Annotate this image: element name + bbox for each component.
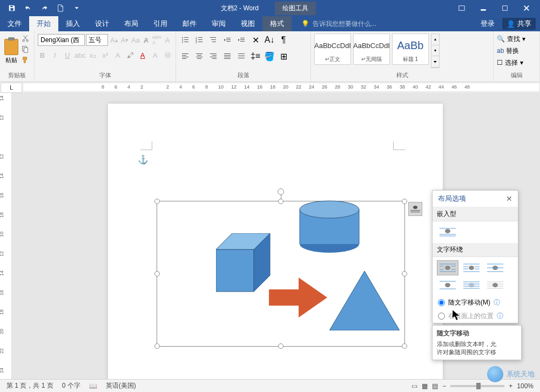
align-center-button[interactable] (193, 51, 205, 62)
tab-view[interactable]: 视图 (233, 16, 262, 31)
cut-button[interactable] (20, 33, 31, 43)
rotation-handle[interactable] (278, 188, 284, 195)
text-direction-button[interactable]: ✕ (249, 35, 261, 45)
print-layout-button[interactable]: ▦ (422, 382, 428, 390)
move-with-text-input[interactable] (438, 299, 445, 306)
phonetic-guide-button[interactable]: wénA (152, 35, 161, 45)
resize-handle-se[interactable] (402, 343, 407, 349)
redo-button[interactable] (37, 1, 52, 16)
read-mode-button[interactable]: ▭ (411, 382, 417, 390)
tell-me-search[interactable]: 💡 告诉我您想要做什么... (292, 16, 475, 31)
qat-more-button[interactable] (69, 1, 84, 16)
tab-selector[interactable]: L (1, 83, 22, 93)
strikethrough-button[interactable]: abc (75, 50, 85, 60)
resize-handle-w[interactable] (154, 271, 160, 276)
resize-handle-s[interactable] (278, 343, 284, 349)
layout-options-button[interactable] (408, 202, 422, 216)
resize-handle-ne[interactable] (402, 199, 407, 204)
resize-handle-e[interactable] (402, 271, 407, 276)
word-count[interactable]: 0 个字 (62, 381, 80, 390)
tab-mailings[interactable]: 邮件 (175, 16, 204, 31)
tab-home[interactable]: 开始 (29, 16, 58, 31)
superscript-button[interactable]: x² (100, 50, 110, 60)
zoom-level[interactable]: 100% (517, 382, 534, 390)
horizontal-ruler[interactable]: L 86422468101214161820222426283032343638… (0, 82, 540, 93)
zoom-thumb[interactable] (476, 383, 481, 389)
fix-on-page-radio[interactable]: 在页面上的位置 ⓘ (433, 309, 518, 323)
undo-button[interactable] (21, 1, 36, 16)
info-icon[interactable]: ⓘ (497, 312, 503, 321)
shading-button[interactable]: 🪣 (264, 51, 275, 62)
select-button[interactable]: ☐ 选择 ▾ (497, 57, 536, 68)
find-button[interactable]: 🔍 查找 ▾ (497, 33, 536, 44)
minimize-button[interactable] (474, 2, 492, 15)
align-left-button[interactable] (179, 51, 191, 62)
highlight-button[interactable]: 🖍 (126, 50, 135, 60)
increase-indent-button[interactable] (235, 35, 247, 45)
wrap-tight[interactable] (461, 260, 482, 275)
text-effects-button[interactable]: A (113, 50, 122, 60)
enclose-char-button[interactable]: ㊙ (163, 50, 172, 60)
font-size-combo[interactable]: 五号 (86, 34, 109, 46)
resize-handle-nw[interactable] (154, 199, 160, 204)
spellcheck-icon[interactable]: 📖 (89, 382, 97, 390)
wrap-behind[interactable] (461, 278, 482, 293)
align-right-button[interactable] (207, 51, 219, 62)
replace-button[interactable]: ab 替换 (497, 45, 536, 56)
borders-button[interactable]: ⊞ (278, 51, 289, 62)
style-heading1[interactable]: AaBb 标题 1 (392, 33, 429, 65)
copy-button[interactable] (20, 44, 31, 54)
triangle-shape[interactable] (329, 271, 400, 330)
layout-popup-close[interactable]: ✕ (506, 194, 512, 203)
tab-review[interactable]: 审阅 (204, 16, 233, 31)
resize-handle-n[interactable] (278, 199, 284, 204)
bold-button[interactable]: B (38, 50, 47, 60)
wrap-through[interactable] (484, 260, 506, 275)
font-name-combo[interactable]: DengXian (西 (38, 34, 85, 46)
font-color-button[interactable]: A (138, 50, 147, 60)
subscript-button[interactable]: x₂ (88, 50, 97, 60)
language-status[interactable]: 英语(美国) (106, 381, 136, 390)
web-layout-button[interactable]: ▤ (432, 382, 438, 390)
format-painter-button[interactable] (20, 55, 31, 65)
wrap-inline[interactable] (437, 225, 458, 240)
new-doc-button[interactable] (53, 1, 68, 16)
paste-button[interactable]: 粘贴 (3, 33, 19, 69)
decrease-indent-button[interactable] (221, 35, 233, 45)
change-case-button[interactable]: Aa (131, 35, 140, 45)
tab-references[interactable]: 引用 (146, 16, 175, 31)
bullets-button[interactable] (179, 35, 191, 45)
wrap-front[interactable] (484, 278, 506, 293)
italic-button[interactable]: I (50, 50, 59, 60)
styles-gallery-more[interactable]: ▴▾⏷ (431, 33, 440, 68)
style-normal[interactable]: AaBbCcDdI ↵正文 (314, 33, 351, 65)
multilevel-list-button[interactable] (207, 35, 219, 45)
tab-layout[interactable]: 布局 (117, 16, 146, 31)
close-button[interactable] (517, 2, 536, 15)
fix-on-page-input[interactable] (438, 313, 445, 320)
wrap-square[interactable] (437, 260, 458, 275)
underline-button[interactable]: U (63, 50, 72, 60)
wrap-topbottom[interactable] (437, 278, 458, 293)
tab-design[interactable]: 设计 (87, 16, 117, 31)
page-status[interactable]: 第 1 页，共 1 页 (6, 381, 53, 390)
clear-format-button[interactable]: A̷ (141, 35, 151, 45)
page[interactable]: ⚓ (108, 104, 443, 379)
sort-button[interactable]: A↓ (264, 35, 275, 45)
maximize-button[interactable] (496, 2, 514, 15)
justify-button[interactable] (221, 51, 233, 62)
char-shading-button[interactable]: A (151, 50, 160, 60)
resize-handle-sw[interactable] (154, 343, 160, 349)
login-button[interactable]: 登录 (475, 19, 500, 29)
zoom-out-button[interactable]: − (442, 382, 446, 390)
info-icon[interactable]: ⓘ (494, 298, 500, 307)
show-marks-button[interactable]: ¶ (278, 35, 289, 45)
zoom-in-button[interactable]: + (509, 382, 512, 390)
move-with-text-radio[interactable]: 随文字移动(M) ⓘ (433, 296, 518, 309)
ribbon-display-button[interactable] (453, 2, 471, 15)
distribute-button[interactable] (235, 51, 247, 62)
tab-format[interactable]: 格式 (262, 16, 292, 31)
style-no-spacing[interactable]: AaBbCcDdI ↵无间隔 (353, 33, 390, 65)
cylinder-shape[interactable] (297, 200, 362, 254)
share-button[interactable]: 👤 共享 (502, 18, 536, 30)
